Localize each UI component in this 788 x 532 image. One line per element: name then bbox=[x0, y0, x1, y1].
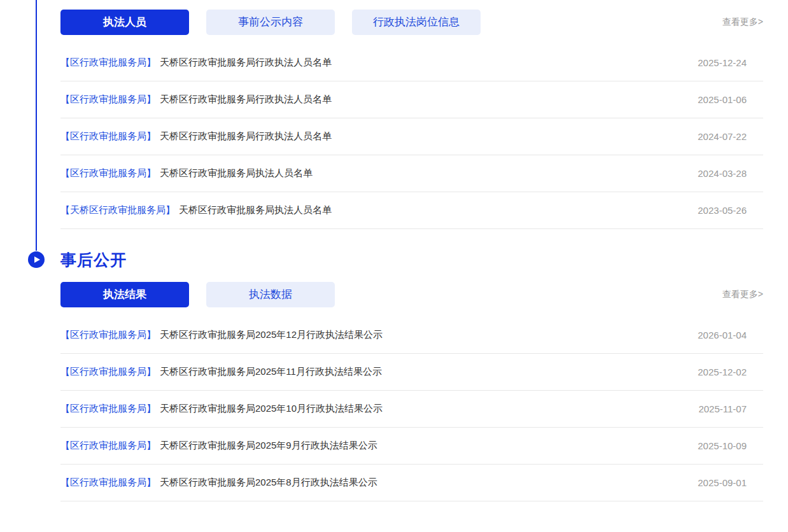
item-prefix: 【天桥区行政审批服务局】 bbox=[60, 204, 175, 216]
item-prefix: 【区行政审批服务局】 bbox=[60, 403, 156, 415]
list-item[interactable]: 【区行政审批服务局】 天桥区行政审批服务局2025年10月行政执法结果公示 20… bbox=[60, 391, 763, 428]
item-title: 天桥区行政审批服务局执法人员名单 bbox=[160, 167, 313, 179]
item-date: 2024-07-22 bbox=[698, 131, 763, 142]
tab-enforcement-staff[interactable]: 执法人员 bbox=[60, 10, 189, 35]
view-more-link[interactable]: 查看更多> bbox=[722, 289, 763, 300]
tab-enforcement-results[interactable]: 执法结果 bbox=[60, 282, 189, 307]
list-item[interactable]: 【区行政审批服务局】 天桥区行政审批服务局2025年12月行政执法结果公示 20… bbox=[60, 317, 763, 354]
list-item[interactable]: 【区行政审批服务局】 天桥区行政审批服务局行政执法人员名单 2025-12-24 bbox=[60, 45, 763, 81]
list-item[interactable]: 【区行政审批服务局】 天桥区行政审批服务局2025年8月行政执法结果公示 202… bbox=[60, 465, 763, 501]
item-title: 天桥区行政审批服务局2025年9月行政执法结果公示 bbox=[160, 440, 377, 452]
post-disclosure-header: 事后公开 bbox=[60, 247, 763, 272]
item-prefix: 【区行政审批服务局】 bbox=[60, 329, 156, 341]
item-title: 天桥区行政审批服务局2025年8月行政执法结果公示 bbox=[160, 477, 377, 489]
item-date: 2025-10-09 bbox=[698, 440, 763, 451]
item-title: 天桥区行政审批服务局执法人员名单 bbox=[179, 204, 332, 216]
pre-disclosure-tab-row: 执法人员 事前公示内容 行政执法岗位信息 查看更多> bbox=[60, 10, 763, 35]
item-title: 天桥区行政审批服务局行政执法人员名单 bbox=[160, 57, 332, 69]
play-circle-icon bbox=[28, 251, 45, 268]
list-item[interactable]: 【区行政审批服务局】 天桥区行政审批服务局2025年11月行政执法结果公示 20… bbox=[60, 354, 763, 391]
item-date: 2025-01-06 bbox=[698, 94, 763, 105]
item-title: 天桥区行政审批服务局2025年12月行政执法结果公示 bbox=[160, 329, 383, 341]
item-prefix: 【区行政审批服务局】 bbox=[60, 167, 156, 179]
play-icon bbox=[34, 256, 40, 263]
item-prefix: 【区行政审批服务局】 bbox=[60, 477, 156, 489]
pre-disclosure-list: 【区行政审批服务局】 天桥区行政审批服务局行政执法人员名单 2025-12-24… bbox=[60, 45, 763, 229]
item-date: 2025-09-01 bbox=[698, 477, 763, 488]
item-prefix: 【区行政审批服务局】 bbox=[60, 130, 156, 143]
post-disclosure-list: 【区行政审批服务局】 天桥区行政审批服务局2025年12月行政执法结果公示 20… bbox=[60, 317, 763, 501]
list-item[interactable]: 【天桥区行政审批服务局】 天桥区行政审批服务局执法人员名单 2023-05-26 bbox=[60, 192, 763, 229]
list-item[interactable]: 【区行政审批服务局】 天桥区行政审批服务局行政执法人员名单 2024-07-22 bbox=[60, 118, 763, 155]
list-item[interactable]: 【区行政审批服务局】 天桥区行政审批服务局行政执法人员名单 2025-01-06 bbox=[60, 81, 763, 118]
item-title: 天桥区行政审批服务局2025年11月行政执法结果公示 bbox=[160, 366, 382, 378]
item-prefix: 【区行政审批服务局】 bbox=[60, 440, 156, 452]
view-more-link[interactable]: 查看更多> bbox=[722, 17, 763, 28]
tab-advance-disclosure[interactable]: 事前公示内容 bbox=[206, 10, 335, 35]
item-title: 天桥区行政审批服务局行政执法人员名单 bbox=[160, 130, 332, 143]
item-prefix: 【区行政审批服务局】 bbox=[60, 94, 156, 106]
timeline-line bbox=[36, 0, 37, 251]
item-date: 2024-03-28 bbox=[698, 168, 763, 179]
tab-enforcement-data[interactable]: 执法数据 bbox=[206, 282, 335, 307]
tab-enforcement-post-info[interactable]: 行政执法岗位信息 bbox=[352, 10, 481, 35]
item-date: 2023-05-26 bbox=[698, 205, 763, 216]
list-item[interactable]: 【区行政审批服务局】 天桥区行政审批服务局2025年9月行政执法结果公示 202… bbox=[60, 428, 763, 465]
item-title: 天桥区行政审批服务局行政执法人员名单 bbox=[160, 94, 332, 106]
item-date: 2025-11-07 bbox=[698, 403, 763, 414]
item-prefix: 【区行政审批服务局】 bbox=[60, 57, 156, 69]
main-content: 执法人员 事前公示内容 行政执法岗位信息 查看更多> 【区行政审批服务局】 天桥… bbox=[60, 0, 763, 501]
item-prefix: 【区行政审批服务局】 bbox=[60, 366, 156, 378]
section-title: 事后公开 bbox=[60, 249, 127, 270]
item-date: 2026-01-04 bbox=[698, 330, 763, 340]
list-item[interactable]: 【区行政审批服务局】 天桥区行政审批服务局执法人员名单 2024-03-28 bbox=[60, 155, 763, 192]
post-disclosure-tab-row: 执法结果 执法数据 查看更多> bbox=[60, 282, 763, 307]
item-date: 2025-12-24 bbox=[698, 57, 763, 68]
item-title: 天桥区行政审批服务局2025年10月行政执法结果公示 bbox=[160, 403, 383, 415]
item-date: 2025-12-02 bbox=[698, 367, 763, 377]
